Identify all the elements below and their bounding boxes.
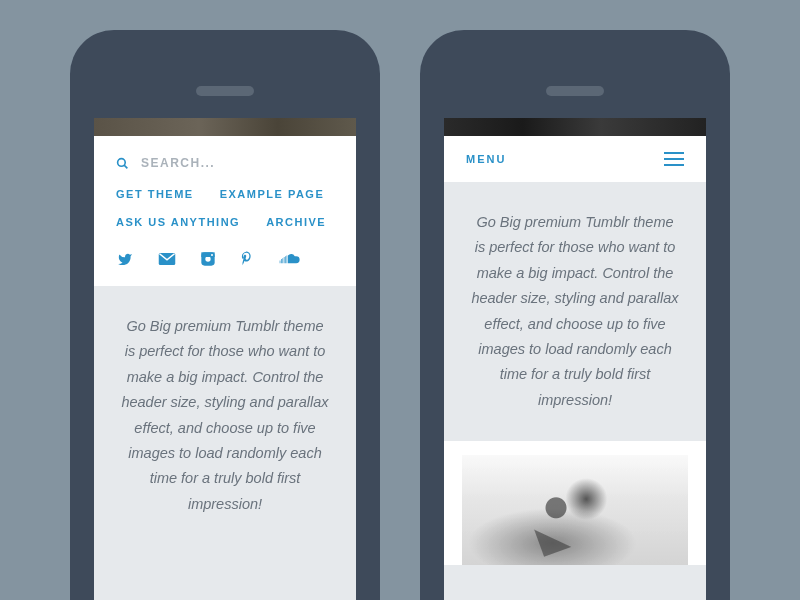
post-photo[interactable] [462, 455, 688, 565]
search-icon [116, 157, 129, 170]
search-row [116, 156, 334, 170]
screen-left: GET THEME EXAMPLE PAGE ASK US ANYTHING A… [94, 118, 356, 600]
search-input[interactable] [141, 156, 334, 170]
svg-point-4 [205, 256, 210, 261]
menu-bar: MENU [444, 136, 706, 182]
svg-point-6 [211, 254, 213, 256]
soundcloud-icon[interactable] [279, 253, 301, 265]
phone-mockup-left: GET THEME EXAMPLE PAGE ASK US ANYTHING A… [70, 30, 380, 600]
header-card: GET THEME EXAMPLE PAGE ASK US ANYTHING A… [94, 136, 356, 286]
post-card [444, 441, 706, 565]
social-row [116, 250, 334, 268]
nav-archive[interactable]: ARCHIVE [266, 216, 326, 228]
svg-point-0 [118, 158, 126, 166]
nav-links: GET THEME EXAMPLE PAGE ASK US ANYTHING A… [116, 188, 334, 228]
intro-paragraph: Go Big premium Tumblr theme is perfect f… [94, 286, 356, 545]
nav-get-theme[interactable]: GET THEME [116, 188, 194, 200]
nav-ask-anything[interactable]: ASK US ANYTHING [116, 216, 240, 228]
menu-label[interactable]: MENU [466, 153, 506, 165]
hamburger-icon[interactable] [664, 152, 684, 166]
screen-right: MENU Go Big premium Tumblr theme is perf… [444, 118, 706, 600]
intro-paragraph: Go Big premium Tumblr theme is perfect f… [444, 182, 706, 441]
phone-mockup-right: MENU Go Big premium Tumblr theme is perf… [420, 30, 730, 600]
hero-image [94, 118, 356, 136]
nav-example-page[interactable]: EXAMPLE PAGE [220, 188, 325, 200]
phone-speaker [196, 86, 254, 96]
mail-icon[interactable] [158, 252, 176, 266]
instagram-icon[interactable] [200, 251, 216, 267]
pinterest-icon[interactable] [240, 250, 255, 268]
hero-image [444, 118, 706, 136]
svg-line-1 [124, 165, 127, 168]
phone-speaker [546, 86, 604, 96]
twitter-icon[interactable] [116, 252, 134, 267]
